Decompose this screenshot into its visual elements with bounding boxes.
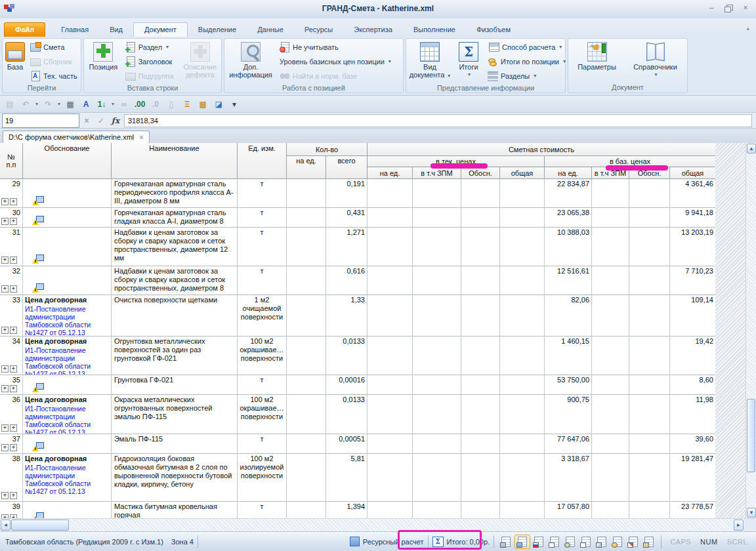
cell-cur-justif[interactable]: [461, 454, 500, 501]
col-header-qty-per-unit[interactable]: на ед.: [287, 156, 326, 178]
toolbar-options-button[interactable]: ▾: [227, 98, 242, 111]
cell-base-total[interactable]: 7 710,23: [670, 266, 715, 295]
cell-justification[interactable]: Цена договорнаяИ1-Постановление админист…: [23, 337, 112, 375]
cell-base-per-unit[interactable]: 22 834,87: [545, 179, 592, 207]
document-tab[interactable]: D:\С форума сметчиков\Katherine.xml ×: [3, 131, 150, 143]
cell-cur-justif[interactable]: [461, 208, 500, 227]
cell-name[interactable]: Окраска металлических огрунтованных пове…: [112, 395, 238, 434]
close-button[interactable]: ×: [740, 4, 751, 13]
itogi-po-pozicii-button[interactable]: Итоги по позиции▾: [485, 54, 562, 68]
cell-qty-total[interactable]: 0,0133: [326, 395, 368, 434]
cell-justification[interactable]: [23, 208, 112, 227]
cell-cur-per-unit[interactable]: [368, 228, 413, 266]
expand-icon[interactable]: +: [10, 285, 17, 293]
col-header-cur-justif[interactable]: Обосн.: [461, 167, 500, 178]
cell-qty-total[interactable]: 1,394: [326, 502, 368, 518]
vid-dokumenta-button[interactable]: Вид документа ▾: [408, 40, 452, 83]
cell-qty-total[interactable]: 1,33: [326, 295, 368, 336]
col-header-unit[interactable]: Ед. изм.: [238, 143, 287, 178]
cell-base-per-unit[interactable]: 77 647,06: [545, 434, 592, 453]
expand-icon[interactable]: +: [1, 285, 9, 293]
cell-name[interactable]: Мастика битумная кровельная горячая: [112, 502, 238, 518]
cell-base-zpm[interactable]: [592, 502, 629, 518]
ne-uchityvat-button[interactable]: Не учитывать: [277, 40, 399, 54]
expand-icon[interactable]: +: [10, 327, 17, 334]
cell-cur-total[interactable]: [500, 375, 545, 394]
cell-num[interactable]: 34++: [0, 337, 23, 375]
table-row-33[interactable]: 33++Цена договорнаяИ1-Постановление адми…: [0, 295, 715, 337]
scroll-down-icon[interactable]: ▼: [747, 508, 756, 518]
cell-qty-per-unit[interactable]: [287, 208, 326, 227]
col-header-base-justif[interactable]: Обосн.: [629, 167, 670, 178]
ribbon-tab-Ресурсы[interactable]: Ресурсы: [294, 23, 343, 37]
cancel-entry-icon[interactable]: ×: [79, 116, 94, 125]
cell-cur-justif[interactable]: [461, 266, 500, 295]
cell-cur-per-unit[interactable]: [368, 502, 413, 518]
numbering-button[interactable]: 1↓: [94, 98, 109, 111]
expand-icon[interactable]: +: [10, 198, 17, 205]
cell-cur-justif[interactable]: [461, 179, 500, 207]
expand-icon[interactable]: +: [1, 256, 9, 264]
sposob-rascheta-button[interactable]: Способ расчета▾: [485, 40, 562, 54]
view-measure-icon[interactable]: [642, 535, 656, 548]
cell-justification[interactable]: [23, 502, 112, 518]
ribbon-tab-Главная[interactable]: Главная: [51, 23, 99, 37]
cell-unit[interactable]: 100 м2 изолируемой поверхности: [238, 454, 287, 501]
cell-base-per-unit[interactable]: 17 057,80: [545, 502, 592, 518]
cell-base-per-unit[interactable]: 3 318,67: [545, 454, 592, 501]
cell-base-justif[interactable]: [629, 228, 670, 266]
cell-base-total[interactable]: 19 281,47: [670, 454, 715, 501]
cell-cur-justif[interactable]: [461, 395, 500, 434]
view-tsn-icon[interactable]: [547, 535, 562, 548]
cell-qty-per-unit[interactable]: [287, 295, 326, 336]
expand-icon[interactable]: +: [10, 385, 17, 392]
cell-cur-per-unit[interactable]: [368, 179, 413, 207]
ribbon-tab-Выполнение[interactable]: Выполнение: [403, 23, 466, 37]
cell-base-justif[interactable]: [629, 179, 670, 207]
cell-base-total[interactable]: 19,42: [670, 337, 715, 375]
cell-qty-per-unit[interactable]: [287, 454, 326, 501]
cell-base-zpm[interactable]: [592, 395, 629, 434]
cell-base-zpm[interactable]: [592, 208, 629, 227]
cell-justification[interactable]: [23, 266, 112, 295]
cell-cur-zpm[interactable]: [413, 266, 461, 295]
view-index-icon[interactable]: [626, 535, 640, 548]
cell-cur-justif[interactable]: [461, 295, 500, 336]
cell-qty-total[interactable]: 1,271: [326, 228, 368, 266]
cell-cur-total[interactable]: [500, 179, 545, 207]
cell-base-justif[interactable]: [629, 502, 670, 518]
cell-base-zpm[interactable]: [592, 228, 629, 266]
restore-button[interactable]: [723, 4, 734, 13]
cell-base-zpm[interactable]: [592, 454, 629, 501]
razdely-button[interactable]: Разделы▾: [485, 69, 562, 83]
cell-unit[interactable]: т: [238, 375, 287, 394]
col-header-base-prices[interactable]: в баз. ценах: [545, 156, 715, 167]
expand-icon[interactable]: +: [1, 327, 9, 334]
cell-base-zpm[interactable]: [592, 266, 629, 295]
col-header-cost[interactable]: Сметная стоимость: [368, 143, 715, 156]
cell-base-zpm[interactable]: [592, 434, 629, 453]
cell-num[interactable]: 30++: [0, 208, 23, 227]
dop-informacia-button[interactable]: Доп. информация: [226, 40, 276, 83]
razdel-button[interactable]: Раздел▾: [123, 40, 179, 54]
cell-cur-per-unit[interactable]: [368, 208, 413, 227]
cell-base-total[interactable]: 23 778,57: [670, 502, 715, 518]
cell-cur-zpm[interactable]: [413, 179, 461, 207]
col-header-base-total[interactable]: общая: [670, 167, 715, 178]
cell-unit[interactable]: т: [238, 434, 287, 453]
col-header-cur-total[interactable]: общая: [500, 167, 545, 178]
baza-button[interactable]: База: [4, 40, 26, 83]
cell-qty-per-unit[interactable]: [287, 395, 326, 434]
cell-qty-total[interactable]: 0,431: [326, 208, 368, 227]
horizontal-scroll-thumb[interactable]: [11, 520, 69, 531]
cell-name[interactable]: Надбавки к ценам заготовок за сборку и с…: [112, 266, 238, 295]
table-row-32[interactable]: 32++Надбавки к ценам заготовок за сборку…: [0, 266, 715, 295]
cell-qty-total[interactable]: 0,191: [326, 179, 368, 207]
cell-num[interactable]: 38++: [0, 454, 23, 501]
cell-cur-per-unit[interactable]: [368, 434, 413, 453]
cell-qty-total[interactable]: 0,00016: [326, 375, 368, 394]
expand-icon[interactable]: +: [1, 444, 9, 451]
cell-cur-zpm[interactable]: [413, 434, 461, 453]
cell-qty-per-unit[interactable]: [287, 228, 326, 266]
cell-cur-total[interactable]: [500, 502, 545, 518]
